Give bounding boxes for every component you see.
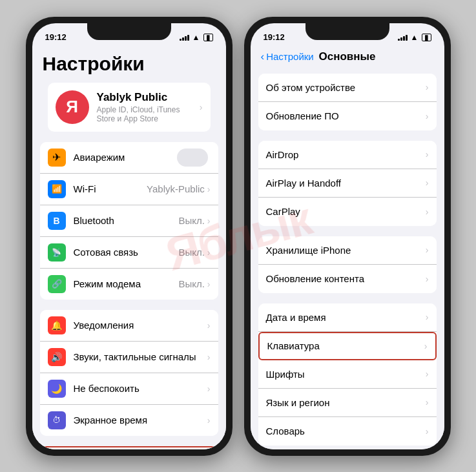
settings-list-left[interactable]: Я Yablyk Public Apple ID, iCloud, iTunes…: [32, 83, 226, 449]
settings-group-connectivity: ✈ Авиарежим 📶 Wi-Fi Yablyk-Public › B: [40, 142, 218, 300]
keyboard-label: Клавиатура: [267, 340, 424, 351]
cellular-value: Выкл.: [178, 247, 204, 258]
settings-title: Настройки: [43, 53, 216, 75]
group-locale: Дата и время › Клавиатура › Шрифты › Язы…: [258, 303, 437, 446]
screentime-chevron: ›: [207, 415, 211, 426]
signal-right: [398, 34, 408, 41]
about-chevron: ›: [426, 82, 429, 92]
row-general[interactable]: ⚙ Основные ›: [40, 446, 218, 449]
settings-list-right[interactable]: Об этом устройстве › Обновление ПО › Air…: [251, 68, 444, 449]
content-update-label: Обновление контента: [266, 273, 426, 284]
phone-left-screen: 19:12 ▲ ▮ Настройки: [32, 23, 226, 449]
bluetooth-value: Выкл.: [178, 215, 204, 226]
storage-label: Хранилище iPhone: [266, 245, 426, 256]
row-keyboard[interactable]: Клавиатура ›: [258, 332, 437, 360]
cellular-label: Сотовая связь: [74, 247, 179, 258]
fonts-label: Шрифты: [266, 369, 426, 380]
status-icons-right: ▲ ▮: [398, 33, 431, 42]
airplane-label: Авиарежим: [74, 152, 177, 163]
group-storage: Хранилище iPhone › Обновление контента ›: [258, 236, 437, 293]
nav-title: Основные: [318, 50, 375, 63]
hotspot-icon: 🔗: [48, 275, 66, 293]
about-label: Об этом устройстве: [266, 82, 426, 93]
hotspot-label: Режим модема: [74, 278, 179, 289]
profile-info: Yablyk Public Apple ID, iCloud, iTunes S…: [97, 91, 200, 123]
row-update[interactable]: Обновление ПО ›: [258, 102, 437, 130]
row-dictionary[interactable]: Словарь ›: [258, 417, 437, 446]
row-screentime[interactable]: ⏱ Экранное время ›: [40, 405, 218, 436]
row-notifications[interactable]: 🔔 Уведомления ›: [40, 310, 218, 342]
sounds-chevron: ›: [207, 352, 211, 362]
row-datetime[interactable]: Дата и время ›: [258, 303, 437, 332]
status-icons-left: ▲ ▮: [180, 33, 213, 42]
dictionary-chevron: ›: [426, 426, 429, 436]
row-about[interactable]: Об этом устройстве ›: [258, 74, 437, 102]
notifications-icon: 🔔: [48, 316, 66, 334]
keyboard-chevron: ›: [424, 341, 428, 351]
carplay-chevron: ›: [426, 207, 429, 217]
airplane-toggle[interactable]: [177, 149, 208, 167]
dnd-label: Не беспокоить: [74, 383, 207, 394]
row-bluetooth[interactable]: B Bluetooth Выкл. ›: [40, 205, 218, 237]
row-airplane[interactable]: ✈ Авиарежим: [40, 142, 218, 174]
phone-right: 19:12 ▲ ▮ ‹ Настройки: [244, 17, 451, 456]
dictionary-label: Словарь: [266, 426, 426, 436]
dnd-icon: 🌙: [48, 380, 66, 398]
row-sounds[interactable]: 🔊 Звуки, тактильные сигналы ›: [40, 342, 218, 373]
row-fonts[interactable]: Шрифты ›: [258, 360, 437, 389]
row-dnd[interactable]: 🌙 Не беспокоить ›: [40, 373, 218, 405]
settings-group-general: ⚙ Основные › ⊞ Пункт управления › AA Экр…: [40, 446, 218, 449]
dnd-chevron: ›: [207, 384, 211, 394]
content-update-chevron: ›: [426, 274, 429, 284]
row-hotspot[interactable]: 🔗 Режим модема Выкл. ›: [40, 269, 218, 300]
datetime-chevron: ›: [426, 312, 429, 322]
nav-bar: ‹ Настройки Основные: [251, 48, 444, 68]
profile-sub: Apple ID, iCloud, iTunes Store и App Sto…: [97, 105, 200, 123]
settings-group-notifications: 🔔 Уведомления › 🔊 Звуки, тактильные сигн…: [40, 310, 218, 436]
back-button[interactable]: ‹ Настройки: [261, 50, 314, 63]
time-left: 19:12: [45, 32, 67, 42]
row-language[interactable]: Язык и регион ›: [258, 389, 437, 417]
airplane-icon: ✈: [48, 149, 66, 167]
fonts-chevron: ›: [426, 369, 429, 379]
airdrop-label: AirDrop: [266, 149, 426, 160]
row-cellular[interactable]: 📡 Сотовая связь Выкл. ›: [40, 237, 218, 269]
bluetooth-label: Bluetooth: [74, 215, 179, 226]
profile-chevron: ›: [200, 102, 203, 112]
group-about: Об этом устройстве › Обновление ПО ›: [258, 74, 437, 130]
profile-row[interactable]: Я Yablyk Public Apple ID, iCloud, iTunes…: [48, 83, 211, 132]
phone-left: 19:12 ▲ ▮ Настройки: [26, 17, 233, 456]
bluetooth-chevron: ›: [207, 216, 211, 226]
back-chevron-icon: ‹: [261, 50, 265, 63]
row-airdrop[interactable]: AirDrop ›: [258, 141, 437, 169]
row-storage[interactable]: Хранилище iPhone ›: [258, 236, 437, 265]
battery-icon-right: ▮: [422, 34, 431, 41]
wifi-row-icon: 📶: [48, 180, 66, 198]
wifi-label: Wi-Fi: [74, 183, 147, 194]
update-chevron: ›: [426, 111, 429, 121]
airplay-label: AirPlay и Handoff: [266, 178, 426, 189]
screen-content-left: Настройки Я Yablyk Public Apple ID, iClo…: [32, 48, 226, 449]
phone-right-screen: 19:12 ▲ ▮ ‹ Настройки: [251, 23, 444, 449]
cellular-icon: 📡: [48, 243, 66, 262]
update-label: Обновление ПО: [266, 110, 426, 121]
sounds-label: Звуки, тактильные сигналы: [74, 351, 207, 362]
sounds-icon: 🔊: [48, 348, 66, 366]
airplay-chevron: ›: [426, 178, 429, 188]
row-carplay[interactable]: CarPlay ›: [258, 198, 437, 226]
battery-icon-left: ▮: [203, 34, 213, 41]
group-air: AirDrop › AirPlay и Handoff › CarPlay ›: [258, 141, 437, 226]
wifi-chevron: ›: [207, 184, 211, 194]
notifications-chevron: ›: [207, 320, 211, 331]
row-airplay[interactable]: AirPlay и Handoff ›: [258, 169, 437, 198]
signal-left: [180, 34, 189, 41]
language-label: Язык и регион: [266, 397, 426, 408]
profile-icon: Я: [56, 90, 89, 124]
cellular-chevron: ›: [207, 247, 211, 258]
settings-header: Настройки: [32, 48, 226, 83]
notch-left: [87, 23, 171, 40]
row-wifi[interactable]: 📶 Wi-Fi Yablyk-Public ›: [40, 174, 218, 205]
notch-right: [305, 23, 389, 40]
row-content-update[interactable]: Обновление контента ›: [258, 265, 437, 293]
language-chevron: ›: [426, 397, 429, 407]
